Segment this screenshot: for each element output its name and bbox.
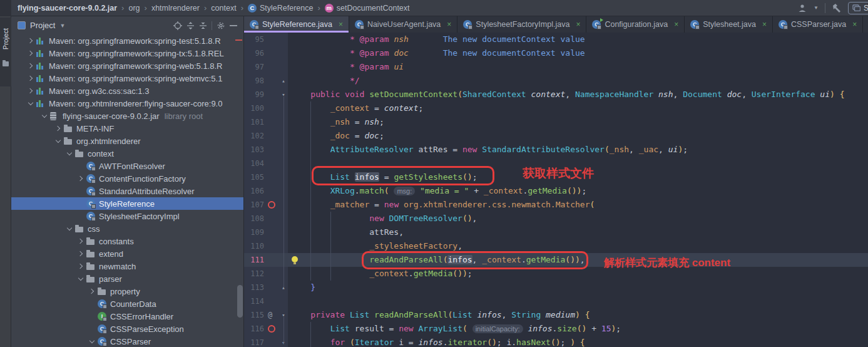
code-line-117[interactable]: 117▾ for (Iterator i = infos.iterator();… xyxy=(244,336,868,347)
tree-item-stylereference[interactable]: CStyleReference xyxy=(11,197,244,210)
line-number[interactable]: 98 xyxy=(244,74,264,88)
expand-all-icon[interactable] xyxy=(184,20,197,31)
code-line-103[interactable]: 103 AttributeResolver attRes = new Stand… xyxy=(244,143,868,157)
tree-item-standardattributeresolver[interactable]: CStandardAttributeResolver xyxy=(11,185,244,197)
tree-item-maven-org-springframework-spring-tx-5-1-[interactable]: Maven: org.springframework:spring-tx:5.1… xyxy=(11,47,244,60)
tree-item-maven-org-springframework-spring-webmvc-[interactable]: Maven: org.springframework:spring-webmvc… xyxy=(11,72,244,85)
code-line-106[interactable]: 106 XRLog.match( msg: "media = " + _cont… xyxy=(244,184,868,198)
project-stripe-button[interactable]: Project xyxy=(0,18,11,86)
code-area[interactable]: 95 * @param nsh The new documentContext … xyxy=(244,33,868,347)
collapse-all-icon[interactable] xyxy=(197,20,209,31)
code-line-101[interactable]: 101 _nsh = nsh; xyxy=(244,115,868,129)
tab-naiveuseragent-java[interactable]: CNaiveUserAgent.java× xyxy=(349,16,457,33)
code-line-98[interactable]: 98▴ */ xyxy=(244,74,868,88)
breadcrumb-item[interactable]: org xyxy=(128,4,140,13)
line-number[interactable]: 105 xyxy=(244,170,264,184)
tree-item-contentfunctionfactory[interactable]: CContentFunctionFactory xyxy=(11,172,244,185)
tree-item-newmatch[interactable]: newmatch xyxy=(11,260,244,272)
breadcrumb-item[interactable]: xhtmlrenderer xyxy=(151,4,200,13)
code-line-97[interactable]: 97 * @param ui xyxy=(244,60,868,74)
code-line-114[interactable]: 114 xyxy=(244,294,868,308)
breadcrumb-item[interactable]: flying-saucer-core-9.0.2.jar xyxy=(18,4,117,13)
tree-item-cssparser[interactable]: CCSSParser xyxy=(11,335,244,347)
chevron-expanded-icon[interactable] xyxy=(86,340,98,343)
line-number[interactable]: 117 xyxy=(244,336,264,347)
line-number[interactable]: 95 xyxy=(244,33,264,46)
chevron-down-icon[interactable]: ▼ xyxy=(59,23,65,29)
code-line-107[interactable]: 107 _matcher = new org.xhtmlrenderer.css… xyxy=(244,198,868,212)
chevron-collapsed-icon[interactable] xyxy=(75,177,86,180)
chevron-expanded-icon[interactable] xyxy=(64,227,75,230)
line-number[interactable]: 114 xyxy=(244,294,264,308)
line-number[interactable]: 103 xyxy=(244,143,264,157)
line-number[interactable]: 97 xyxy=(244,60,264,74)
code-line-99[interactable]: 99▾ public void setDocumentContext(Share… xyxy=(244,88,868,101)
tree-item-constants[interactable]: constants xyxy=(11,235,244,247)
tree-item-maven-org-w3c-css-sac-1-3[interactable]: Maven: org.w3c.css:sac:1.3 xyxy=(11,85,244,97)
line-number[interactable]: 112 xyxy=(244,267,264,281)
chevron-collapsed-icon[interactable] xyxy=(75,252,86,256)
chevron-collapsed-icon[interactable] xyxy=(53,127,64,130)
code-line-116[interactable]: 116 List result = new ArrayList( initial… xyxy=(244,322,868,336)
chevron-collapsed-icon[interactable] xyxy=(25,89,36,93)
panel-scrollbar[interactable] xyxy=(237,285,243,318)
tree-item-property[interactable]: property xyxy=(11,285,244,298)
tree-item-stylesheetfactoryimpl[interactable]: CStylesheetFactoryImpl xyxy=(11,210,244,222)
line-number[interactable]: 108 xyxy=(244,212,264,225)
tab-cssparser-java[interactable]: CCSSParser.java× xyxy=(773,16,863,33)
chevron-collapsed-icon[interactable] xyxy=(25,64,36,68)
tree-item-extend[interactable]: extend xyxy=(11,247,244,260)
line-number[interactable]: 116 xyxy=(244,322,264,336)
line-number[interactable]: 107 xyxy=(244,198,264,212)
breadcrumb-item[interactable]: context xyxy=(211,4,236,13)
line-number[interactable]: 100 xyxy=(244,101,264,115)
line-number[interactable]: 99 xyxy=(244,88,264,101)
tree-item-maven-org-springframework-spring-web-5-1[interactable]: Maven: org.springframework:spring-web:5.… xyxy=(11,60,244,72)
close-icon[interactable]: × xyxy=(674,20,678,29)
user-dropdown-caret[interactable]: ▼ xyxy=(814,5,819,11)
tree-item-org-xhtmlrenderer[interactable]: org.xhtmlrenderer xyxy=(11,135,244,147)
chevron-collapsed-icon[interactable] xyxy=(25,51,36,55)
code-line-95[interactable]: 95 * @param nsh The new documentContext … xyxy=(244,33,868,46)
tree-item-awtfontresolver[interactable]: CAWTFontResolver xyxy=(11,160,244,172)
line-number[interactable]: 109 xyxy=(244,225,264,239)
chevron-expanded-icon[interactable] xyxy=(39,115,50,117)
close-icon[interactable]: × xyxy=(447,20,451,29)
locate-icon[interactable] xyxy=(171,20,184,31)
line-number[interactable]: 106 xyxy=(244,184,264,198)
tree-item-css[interactable]: css xyxy=(11,222,244,235)
code-line-102[interactable]: 102 _doc = doc; xyxy=(244,129,868,143)
chevron-collapsed-icon[interactable] xyxy=(86,289,98,293)
line-number[interactable]: 110 xyxy=(244,239,264,253)
line-number[interactable]: 96 xyxy=(244,46,264,60)
tree-item-meta-inf[interactable]: META-INF xyxy=(11,122,244,135)
breadcrumb-item[interactable]: msetDocumentContext xyxy=(325,4,410,13)
build-hammer-icon[interactable] xyxy=(832,3,842,13)
tab-stylesheetfactoryimpl-java[interactable]: CStylesheetFactoryImpl.java× xyxy=(457,16,586,33)
breadcrumb-item[interactable]: CStyleReference xyxy=(248,4,313,13)
chevron-collapsed-icon[interactable] xyxy=(25,76,36,80)
fold-marker-icon[interactable]: ▴ xyxy=(280,74,287,88)
close-icon[interactable]: × xyxy=(339,20,343,29)
tree-item-context[interactable]: context xyxy=(11,147,244,160)
close-icon[interactable]: × xyxy=(576,20,580,29)
tree-item-csserrorhandler[interactable]: ICSSErrorHandler xyxy=(11,310,244,323)
breakpoint-icon[interactable] xyxy=(268,325,275,333)
chevron-collapsed-icon[interactable] xyxy=(25,39,36,43)
line-number[interactable]: 111 xyxy=(244,253,264,267)
chevron-expanded-icon[interactable] xyxy=(64,152,75,155)
user-icon[interactable] xyxy=(797,3,807,13)
run-configuration-selector[interactable]: S xyxy=(848,2,868,14)
chevron-collapsed-icon[interactable] xyxy=(75,264,86,268)
tree-item-cssparseexception[interactable]: CCSSParseException xyxy=(11,323,244,335)
breakpoint-icon[interactable] xyxy=(268,201,275,209)
code-line-113[interactable]: 113▴ } xyxy=(244,281,868,294)
tree-item-flying-saucer-core-9-0-2-jar[interactable]: flying-saucer-core-9.0.2.jarlibrary root xyxy=(11,110,244,122)
line-number[interactable]: 101 xyxy=(244,115,264,129)
code-line-108[interactable]: 108 new DOMTreeResolver(), xyxy=(244,212,868,225)
line-number[interactable]: 113 xyxy=(244,281,264,294)
tree-item-counterdata[interactable]: CCounterData xyxy=(11,298,244,310)
tab-configuration-java[interactable]: CConfiguration.java× xyxy=(586,16,685,33)
chevron-expanded-icon[interactable] xyxy=(53,140,64,142)
tab-xhtmlrendere[interactable]: xhtmlrendere xyxy=(863,16,868,33)
